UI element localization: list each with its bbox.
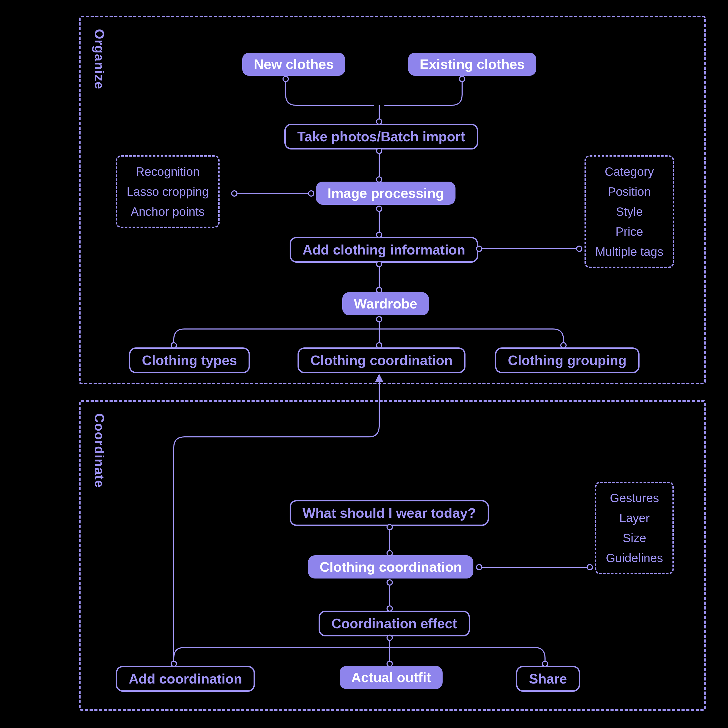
attr-item: Price bbox=[616, 225, 643, 239]
node-image-processing: Image processing bbox=[316, 182, 455, 205]
attr-item: Multiple tags bbox=[595, 245, 663, 259]
attr-item: Layer bbox=[619, 511, 650, 525]
attrs-coordination: Gestures Layer Size Guidelines bbox=[595, 482, 674, 574]
node-clothing-grouping: Clothing grouping bbox=[495, 347, 639, 373]
node-new-clothes: New clothes bbox=[242, 53, 345, 76]
node-coordination-effect: Coordination effect bbox=[319, 610, 470, 636]
node-add-info: Add clothing information bbox=[290, 237, 478, 263]
node-wardrobe: Wardrobe bbox=[342, 292, 429, 315]
node-clothing-coordination: Clothing coordination bbox=[297, 347, 466, 373]
attr-item: Gestures bbox=[610, 491, 659, 505]
attr-item: Position bbox=[608, 185, 651, 199]
panel-coordinate-title: Coordinate bbox=[92, 413, 107, 488]
node-add-coordination: Add coordination bbox=[116, 666, 255, 692]
attr-item: Category bbox=[605, 165, 654, 179]
attrs-image-processing: Recognition Lasso cropping Anchor points bbox=[116, 155, 219, 228]
attr-item: Anchor points bbox=[130, 205, 205, 219]
node-take-photos: Take photos/Batch import bbox=[284, 124, 478, 150]
attr-item: Style bbox=[616, 205, 643, 219]
attr-item: Guidelines bbox=[606, 551, 663, 565]
node-actual-outfit: Actual outfit bbox=[340, 666, 443, 689]
node-existing-clothes: Existing clothes bbox=[408, 53, 536, 76]
attrs-add-info: Category Position Style Price Multiple t… bbox=[584, 155, 674, 268]
node-share: Share bbox=[516, 666, 580, 692]
node-what-wear: What should I wear today? bbox=[290, 500, 489, 526]
diagram-stage: Organize New clothes Existing clothes Ta… bbox=[0, 0, 728, 728]
node-clothing-types: Clothing types bbox=[129, 347, 250, 373]
attr-item: Size bbox=[623, 531, 646, 545]
panel-organize-title: Organize bbox=[92, 29, 107, 89]
node-clothing-coordination-2: Clothing coordination bbox=[308, 555, 474, 578]
attr-item: Lasso cropping bbox=[127, 185, 209, 199]
attr-item: Recognition bbox=[136, 165, 200, 179]
